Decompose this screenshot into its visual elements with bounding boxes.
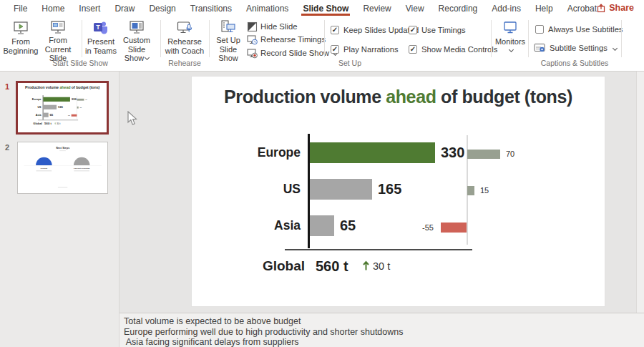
ribbon-divider xyxy=(528,20,529,57)
menu-tab-review[interactable]: Review xyxy=(361,0,393,16)
title-suffix: of budget (tons) xyxy=(436,87,572,107)
notes-line: Asia facing significant delays from supp… xyxy=(124,337,644,347)
menu-tab-acrobat[interactable]: Acrobat xyxy=(565,0,599,16)
chart-value-us[interactable]: 165 xyxy=(378,179,401,200)
ribbon-divider xyxy=(621,20,622,57)
chart-category-asia[interactable]: Asia xyxy=(205,215,301,236)
global-value[interactable]: 560 t xyxy=(316,257,348,275)
menu-bar: FileHomeInsertDrawDesignTransitionsAnima… xyxy=(0,0,644,16)
present-teams-label-1: Present xyxy=(87,37,114,47)
menu-tab-view[interactable]: View xyxy=(404,0,426,16)
rehearse-timings-button[interactable]: Rehearse Timings xyxy=(247,34,326,45)
rehearse-with-coach-button[interactable]: Rehearse with Coach xyxy=(163,19,206,59)
monitors-button[interactable]: Monitors xyxy=(492,19,528,59)
present-teams-label-2: in Teams xyxy=(85,47,117,56)
hide-slide-icon xyxy=(247,21,258,32)
footer-placeholder xyxy=(58,187,67,187)
ribbon-divider xyxy=(82,20,82,57)
variance-bar-asia[interactable] xyxy=(441,223,467,233)
slide-1-thumbnail[interactable]: Production volume ahead of budget (tons)… xyxy=(16,81,109,135)
chart-category-europe[interactable]: Europe xyxy=(205,142,301,163)
subtitle-settings-icon xyxy=(534,43,545,53)
menu-tab-recording[interactable]: Recording xyxy=(436,0,480,16)
menu-tab-file[interactable]: File xyxy=(11,0,29,16)
variance-bar-us[interactable] xyxy=(467,186,474,195)
chart-bar-europe[interactable] xyxy=(310,142,435,163)
up-arrow-icon xyxy=(362,260,370,274)
hide-slide-button[interactable]: Hide Slide xyxy=(247,21,298,32)
slide-2-thumbnail[interactable]: Next Steps Celebrate Plan Next Celebrati… xyxy=(17,142,108,194)
menu-tab-transitions[interactable]: Transitions xyxy=(188,0,234,16)
set-up-slide-show-button[interactable]: Set Up Slide Show xyxy=(210,19,246,59)
setup-show-label-1: Set Up xyxy=(216,36,240,45)
keep-slides-updated-label: Keep Slides Updated xyxy=(343,26,419,34)
play-narrations-checkbox[interactable]: ✓ Play Narrations xyxy=(331,45,398,54)
subtitle-settings-button[interactable]: Subtitle Settings xyxy=(534,43,617,53)
from-beginning-button[interactable]: From Beginning xyxy=(3,19,39,59)
global-label[interactable]: Global xyxy=(205,257,305,275)
chart-value-europe[interactable]: 330 xyxy=(441,142,464,163)
always-use-subtitles-label: Always Use Subtitles xyxy=(548,25,623,34)
rehearse-coach-label-1: Rehearse xyxy=(167,37,202,47)
slide-chart-title[interactable]: Production volume ahead of budget (tons) xyxy=(192,87,605,107)
vertical-scrollbar[interactable] xyxy=(636,72,644,313)
menu-tab-animations[interactable]: Animations xyxy=(244,0,291,16)
menu-tab-home[interactable]: Home xyxy=(39,0,67,16)
menu-tab-slide-show[interactable]: Slide Show xyxy=(301,0,351,16)
placeholder-text xyxy=(36,170,52,171)
rehearse-timings-icon xyxy=(247,34,258,45)
group-label-set-up: Set Up xyxy=(210,59,489,67)
from-current-slide-button[interactable]: From Current Slide xyxy=(36,19,80,59)
custom-slide-show-button[interactable]: Custom Slide Show xyxy=(115,19,158,59)
from-beginning-label-2: Beginning xyxy=(4,47,39,56)
variance-value-europe[interactable]: 70 xyxy=(506,150,514,159)
global-variance[interactable]: 30 t xyxy=(373,257,390,275)
monitors-icon xyxy=(502,19,519,37)
slide-2-subtitle-placeholder xyxy=(59,150,66,151)
group-label-rehearse: Rehearse xyxy=(162,59,208,67)
share-icon xyxy=(597,4,606,13)
menu-tab-design[interactable]: Design xyxy=(147,0,177,16)
rehearse-coach-label-2: with Coach xyxy=(165,47,204,56)
chart-value-asia[interactable]: 65 xyxy=(340,215,356,236)
share-label: Share xyxy=(609,3,634,13)
keep-slides-updated-checkbox[interactable]: ✓ Keep Slides Updated xyxy=(331,26,419,34)
ribbon-divider xyxy=(160,20,161,57)
chart-bar-asia[interactable] xyxy=(310,215,334,236)
record-slideshow-icon xyxy=(247,48,258,59)
slide-1-preview: Production volume ahead of budget (tons)… xyxy=(18,83,107,132)
plan-shape xyxy=(74,157,90,165)
variance-value-asia[interactable]: -55 xyxy=(422,223,434,233)
custom-show-label-1: Custom Slide xyxy=(115,36,158,54)
menu-tab-insert[interactable]: Insert xyxy=(77,0,102,16)
title-prefix: Production volume xyxy=(224,87,386,107)
menu-tab-draw[interactable]: Draw xyxy=(112,0,137,16)
checkbox-icon: ✓ xyxy=(331,45,339,54)
monitors-label: Monitors xyxy=(495,37,525,47)
slide-canvas[interactable]: Production volume ahead of budget (tons)… xyxy=(191,76,605,307)
variance-bar-europe[interactable] xyxy=(467,150,500,159)
chart-bar-us[interactable] xyxy=(310,179,372,200)
teams-icon: T xyxy=(92,19,109,37)
always-use-subtitles-checkbox[interactable]: Always Use Subtitles xyxy=(535,25,623,34)
checkbox-icon: ✓ xyxy=(409,45,417,54)
variance-value-us[interactable]: 15 xyxy=(480,186,489,195)
placeholder-text xyxy=(74,170,89,171)
checkbox-icon: ✓ xyxy=(331,26,339,34)
use-timings-label: Use Timings xyxy=(421,26,466,34)
chevron-down-icon xyxy=(613,45,618,50)
checkbox-icon xyxy=(535,25,544,34)
menu-tab-help[interactable]: Help xyxy=(533,0,555,16)
present-in-teams-button[interactable]: T Present in Teams xyxy=(84,19,117,59)
rehearse-timings-label: Rehearse Timings xyxy=(260,35,326,44)
notes-pane[interactable]: Total volume is expected to be above bud… xyxy=(119,313,644,347)
use-timings-checkbox[interactable]: ✓ Use Timings xyxy=(409,26,466,34)
title-highlight: ahead xyxy=(386,87,436,107)
notes-line: Total volume is expected to be above bud… xyxy=(124,316,644,327)
share-button[interactable]: Share xyxy=(597,0,634,16)
menu-tab-add-ins[interactable]: Add-ins xyxy=(489,0,523,16)
slide-1-number: 1 xyxy=(5,82,9,91)
show-media-controls-checkbox[interactable]: ✓ Show Media Controls xyxy=(409,45,497,54)
chart-category-us[interactable]: US xyxy=(205,179,301,200)
plan-next-label: Plan Next Celebration xyxy=(67,167,97,169)
